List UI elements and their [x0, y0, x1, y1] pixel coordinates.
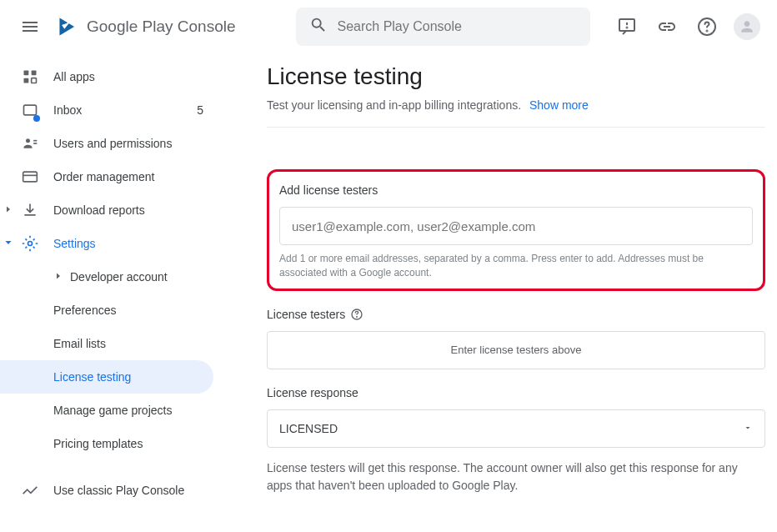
license-testers-label: License testers [267, 308, 765, 321]
sidebar-sub-game-projects[interactable]: Manage game projects [0, 394, 223, 427]
nav-label: Developer account [70, 270, 168, 284]
nav-label: Download reports [53, 203, 145, 217]
license-response-select[interactable]: LICENSED [267, 409, 765, 448]
chevron-down-icon [3, 237, 17, 250]
add-testers-highlight: Add license testers Add 1 or more email … [267, 169, 765, 291]
nav-label: Order management [53, 170, 154, 183]
avatar-icon [734, 13, 760, 40]
svg-rect-7 [24, 78, 29, 83]
main-content: License testing Test your licensing and … [223, 53, 777, 532]
hamburger-menu-button[interactable] [13, 10, 47, 43]
sidebar-item-downloads[interactable]: Download reports [0, 193, 223, 227]
sidebar-sub-license-testing[interactable]: License testing [0, 360, 213, 394]
inbox-badge: 5 [197, 103, 213, 117]
nav-label: Users and permissions [53, 137, 172, 150]
apps-icon [20, 67, 40, 87]
sidebar-item-settings[interactable]: Settings [0, 227, 223, 260]
sidebar-item-users[interactable]: Users and permissions [0, 127, 223, 160]
nav-label: All apps [53, 70, 95, 83]
chevron-right-icon [3, 203, 17, 217]
add-testers-input[interactable] [279, 207, 753, 245]
svg-point-2 [627, 28, 628, 28]
link-button[interactable] [650, 10, 684, 43]
add-testers-helper: Add 1 or more email addresses, separated… [279, 252, 753, 280]
sidebar-sub-developer-account[interactable]: Developer account [33, 260, 223, 294]
nav-label: Preferences [53, 304, 116, 317]
nav-label: Pricing templates [53, 437, 143, 450]
sidebar-item-inbox[interactable]: Inbox 5 [0, 93, 223, 127]
page-title: License testing [267, 63, 765, 90]
svg-point-4 [707, 31, 708, 32]
nav-label: Email lists [53, 337, 106, 350]
nav-label: License testing [53, 370, 131, 384]
sidebar-sub-pricing-templates[interactable]: Pricing templates [0, 427, 223, 460]
license-response-description: License testers will get this response. … [267, 459, 765, 494]
help-icon[interactable] [350, 308, 363, 321]
dropdown-icon [743, 422, 753, 435]
svg-point-15 [28, 242, 33, 246]
sidebar-item-orders[interactable]: Order management [0, 160, 223, 193]
sidebar-sub-email-lists[interactable]: Email lists [0, 327, 223, 360]
feedback-button[interactable] [610, 10, 644, 43]
search-input[interactable] [338, 19, 578, 34]
license-response-label: License response [267, 386, 765, 399]
credit-card-icon [20, 167, 40, 187]
license-testers-empty: Enter license testers above [267, 331, 765, 369]
show-more-link[interactable]: Show more [529, 98, 589, 112]
logo-text: Google Play Console [87, 18, 236, 36]
nav-label: Inbox [53, 103, 82, 117]
sidebar-item-all-apps[interactable]: All apps [0, 60, 223, 93]
account-button[interactable] [730, 10, 764, 43]
sidebar-sub-preferences[interactable]: Preferences [0, 294, 223, 327]
sidebar: All apps Inbox 5 Users and permissions O… [0, 53, 223, 532]
svg-rect-8 [32, 78, 37, 83]
select-value: LICENSED [279, 422, 338, 435]
svg-rect-13 [23, 172, 38, 182]
notification-dot-icon [33, 115, 40, 122]
download-icon [20, 200, 40, 220]
help-button[interactable] [690, 10, 724, 43]
nav-label: Settings [53, 237, 96, 250]
play-console-logo-icon [57, 15, 80, 38]
sidebar-item-classic-console[interactable]: Use classic Play Console [0, 474, 223, 507]
logo[interactable]: Google Play Console [57, 15, 236, 38]
svg-point-17 [357, 316, 358, 317]
users-icon [20, 133, 40, 153]
nav-label: Use classic Play Console [53, 484, 184, 497]
search-box[interactable] [296, 8, 591, 46]
svg-rect-5 [24, 71, 29, 76]
search-icon [309, 16, 328, 38]
svg-point-10 [26, 138, 30, 143]
svg-rect-6 [32, 71, 37, 76]
chevron-right-icon [53, 270, 67, 284]
add-testers-label: Add license testers [279, 183, 753, 197]
trending-icon [20, 480, 40, 500]
page-subtitle: Test your licensing and in-app billing i… [267, 98, 765, 128]
gear-icon [20, 233, 40, 253]
svg-rect-9 [24, 105, 37, 115]
nav-label: Manage game projects [53, 404, 172, 417]
